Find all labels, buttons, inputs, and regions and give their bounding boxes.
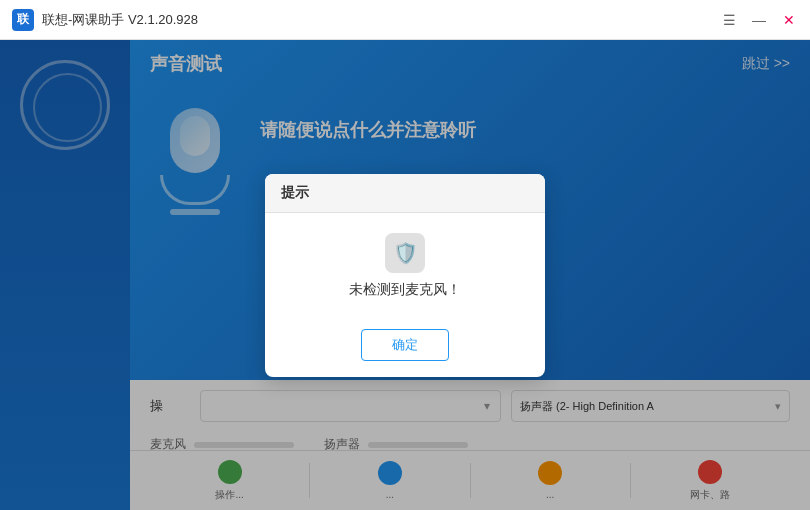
dialog-header: 提示 [265,174,545,213]
dialog-box: 提示 🛡️ 未检测到麦克风！ 确定 [265,174,545,377]
dialog-body: 🛡️ 未检测到麦克风！ [265,213,545,319]
title-bar: 联 联想-网课助手 V2.1.20.928 ☰ — ✕ [0,0,810,40]
window-controls: ☰ — ✕ [720,11,798,29]
dialog-confirm-button[interactable]: 确定 [361,329,449,361]
app-title: 联想-网课助手 V2.1.20.928 [42,11,720,29]
safe-icon: 🛡️ [385,233,425,273]
dialog-message: 未检测到麦克风！ [281,281,529,299]
main-content: 声音测试 跳过 >> 请随便说点什么并注意聆听 操 ▾ [0,40,810,510]
dialog-footer: 确定 [265,319,545,377]
minimize-button[interactable]: — [750,11,768,29]
menu-button[interactable]: ☰ [720,11,738,29]
close-button[interactable]: ✕ [780,11,798,29]
app-logo: 联 [12,9,34,31]
dialog-overlay: 提示 🛡️ 未检测到麦克风！ 确定 [0,40,810,510]
